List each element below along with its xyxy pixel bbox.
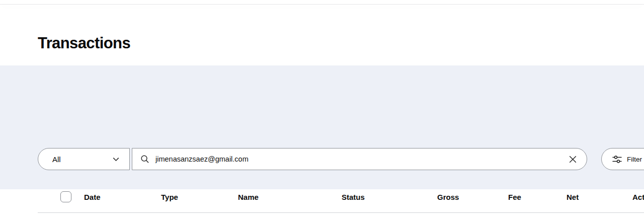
filter-button[interactable]: Filter xyxy=(601,148,644,170)
chevron-down-icon xyxy=(112,155,120,164)
clear-search-button[interactable] xyxy=(567,154,579,165)
close-icon xyxy=(568,155,578,164)
column-header-action: Action xyxy=(632,193,644,201)
search-icon xyxy=(140,155,149,164)
filter-sliders-icon xyxy=(612,155,622,164)
transactions-panel: All xyxy=(0,65,644,189)
top-app-bar-edge xyxy=(0,0,644,5)
column-header-fee: Fee xyxy=(508,193,521,201)
column-header-gross: Gross xyxy=(437,193,459,201)
table-row: 1/12/26, 5:49 PM Payment to Jimena Sanz … xyxy=(38,212,644,223)
column-header-type: Type xyxy=(161,193,178,201)
transactions-page: Transactions All xyxy=(0,0,644,223)
filter-button-label: Filter xyxy=(627,156,642,163)
transaction-type-value: All xyxy=(52,155,61,164)
transaction-type-dropdown[interactable]: All xyxy=(38,148,130,170)
search-input[interactable] xyxy=(155,155,561,163)
column-header-name: Name xyxy=(238,193,259,201)
column-header-date: Date xyxy=(84,193,101,201)
search-bar xyxy=(132,148,587,170)
column-header-net: Net xyxy=(567,193,579,201)
select-all-checkbox[interactable] xyxy=(60,191,71,202)
page-title: Transactions xyxy=(38,34,130,52)
column-header-status: Status xyxy=(342,193,365,201)
